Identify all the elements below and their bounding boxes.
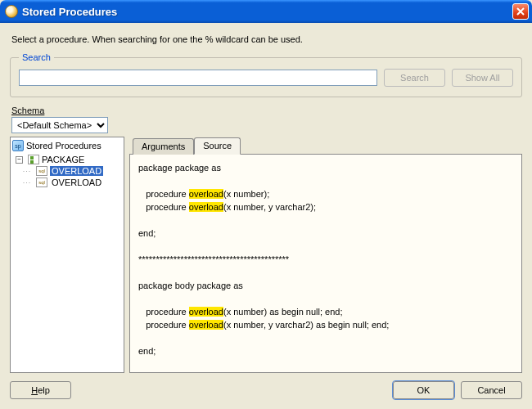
source-line: procedure overload(x number); [138, 187, 513, 200]
schema-select[interactable]: <Default Schema> [11, 117, 108, 133]
tree-connector-icon: ··· [20, 167, 34, 175]
tree-item-overload[interactable]: ··· sql OVERLOAD [20, 177, 122, 188]
tree-item-package[interactable]: − PACKAGE [16, 154, 122, 165]
instruction-text: Select a procedure. When searching for o… [11, 34, 522, 44]
show-all-button[interactable]: Show All [452, 69, 513, 87]
tabstrip: Arguments Source [129, 137, 522, 155]
source-viewer[interactable]: package package as procedure overload(x … [129, 155, 522, 373]
tree-item-label: OVERLOAD [50, 178, 103, 187]
x-icon [516, 7, 525, 16]
cancel-button[interactable]: Cancel [461, 381, 522, 399]
titlebar[interactable]: Stored Procedures [0, 0, 532, 23]
tree-panel[interactable]: sp Stored Procedures − PACKAGE ··· sql O… [10, 137, 124, 373]
package-icon [28, 155, 39, 164]
schema-label: Schema [11, 106, 522, 115]
tree-item-overload[interactable]: ··· sql OVERLOAD [20, 165, 122, 177]
source-line [138, 213, 513, 227]
help-button[interactable]: Help [10, 381, 71, 399]
source-line [138, 292, 513, 305]
tab-source[interactable]: Source [194, 137, 241, 155]
search-group: Search Search Show All [10, 52, 522, 97]
window-title: Stored Procedures [22, 6, 512, 18]
source-line: package body package as [138, 279, 513, 292]
source-line: end; [138, 227, 513, 240]
tree-item-label: PACKAGE [42, 155, 84, 164]
source-line: procedure overload(x number, y varchar2)… [138, 200, 513, 213]
source-line [138, 266, 513, 279]
source-line: procedure overload(x number) as begin nu… [138, 305, 513, 318]
source-line [138, 331, 513, 344]
search-button[interactable]: Search [384, 69, 445, 87]
stored-procedures-icon: sp [12, 140, 24, 151]
source-line: end; [138, 344, 513, 357]
source-line [138, 240, 513, 253]
app-icon [5, 5, 18, 18]
source-line: package package as [138, 161, 513, 174]
ok-button[interactable]: OK [393, 381, 454, 399]
search-input[interactable] [19, 70, 377, 86]
tab-arguments[interactable]: Arguments [133, 138, 194, 155]
search-legend: Search [19, 52, 54, 62]
close-icon[interactable] [512, 3, 529, 20]
tree-connector-icon: ··· [20, 178, 34, 187]
procedure-icon: sql [36, 178, 47, 187]
source-line: ****************************************… [138, 253, 513, 266]
collapse-icon[interactable]: − [16, 156, 23, 164]
tree-item-label: OVERLOAD [50, 166, 103, 176]
source-line [138, 174, 513, 187]
source-line: procedure overload(x number, y varchar2)… [138, 318, 513, 331]
tree-root-label: Stored Procedures [26, 141, 101, 151]
procedure-icon: sql [36, 166, 47, 176]
